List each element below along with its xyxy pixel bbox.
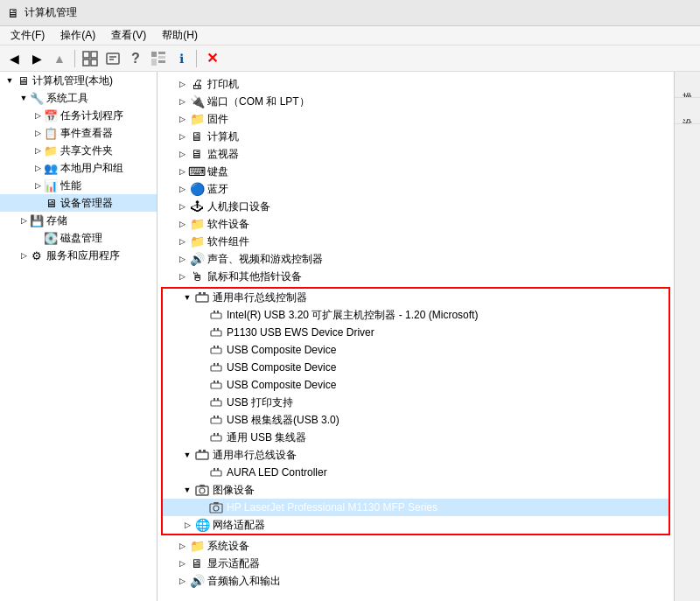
right-item-software-component[interactable]: ▷ 📁 软件组件 [158, 233, 674, 250]
image-devices-label: 图像设备 [213, 483, 255, 498]
right-item-hid[interactable]: ▷ 🕹 人机接口设备 [158, 198, 674, 215]
device-manager-arrow [32, 197, 44, 209]
usb-print-arrow [194, 395, 208, 409]
left-item-services[interactable]: ▷ ⚙ 服务和应用程序 [0, 247, 157, 264]
network-arrow: ▷ [180, 518, 194, 532]
left-item-performance[interactable]: ▷ 📊 性能 [0, 177, 157, 194]
left-item-device-manager[interactable]: 🖥 设备管理器 [0, 194, 157, 212]
right-panel: ▷ 🖨 打印机 ▷ 🔌 端口（COM 和 LPT） ▷ 📁 固件 ▷ 🖥 计算机… [158, 72, 674, 601]
right-item-printer[interactable]: ▷ 🖨 打印机 [158, 75, 674, 93]
sw-device-label: 软件设备 [207, 217, 249, 232]
right-item-audio[interactable]: ▷ 🔊 音频输入和输出 [158, 572, 674, 590]
bluetooth-label: 蓝牙 [207, 182, 228, 197]
left-item-system-tools[interactable]: ▼ 🔧 系统工具 [0, 89, 157, 107]
left-item-task-scheduler[interactable]: ▷ 📅 任务计划程序 [0, 107, 157, 124]
hp-icon [208, 500, 224, 515]
right-item-usb-serial[interactable]: ▼ 通用串行总线设备 [163, 446, 668, 464]
right-item-usb-composite-2[interactable]: USB Composite Device [163, 359, 668, 376]
svg-rect-42 [211, 471, 221, 476]
right-item-mouse[interactable]: ▷ 🖱 鼠标和其他指针设备 [158, 268, 674, 285]
hid-icon: 🕹 [189, 199, 205, 214]
right-item-usb-print[interactable]: USB 打印支持 [163, 394, 668, 411]
right-item-usb-composite-1[interactable]: USB Composite Device [163, 341, 668, 359]
toolbar-separator-1 [74, 50, 75, 67]
info-button[interactable]: ℹ [171, 48, 192, 69]
right-item-monitor[interactable]: ▷ 🖥 监视器 [158, 145, 674, 163]
view-button[interactable] [148, 48, 169, 69]
right-item-image-devices[interactable]: ▼ 图像设备 [163, 481, 668, 499]
left-item-storage[interactable]: ▷ 💾 存储 [0, 212, 157, 229]
svg-rect-16 [214, 311, 215, 313]
svg-rect-26 [217, 363, 219, 366]
svg-rect-12 [196, 295, 208, 302]
right-item-display[interactable]: ▷ 🖥 显示适配器 [158, 555, 674, 572]
right-item-sound[interactable]: ▷ 🔊 声音、视频和游戏控制器 [158, 250, 674, 268]
firmware-icon: 📁 [189, 111, 205, 127]
svg-rect-18 [211, 331, 221, 336]
left-item-event-viewer[interactable]: ▷ 📋 事件查看器 [0, 124, 157, 142]
p1130-arrow [194, 325, 208, 339]
usb-comp1-icon [208, 342, 224, 358]
right-item-usb-root-hub[interactable]: USB 根集线器(USB 3.0) [163, 411, 668, 429]
ports-icon: 🔌 [189, 94, 205, 109]
right-item-network[interactable]: ▷ 🌐 网络适配器 [163, 516, 668, 534]
left-item-local-users[interactable]: ▷ 👥 本地用户和组 [0, 159, 157, 177]
right-item-firmware[interactable]: ▷ 📁 固件 [158, 110, 674, 128]
right-item-software-device[interactable]: ▷ 📁 软件设备 [158, 215, 674, 233]
computer-arrow: ▷ [175, 129, 189, 143]
back-button[interactable]: ◀ [4, 48, 24, 69]
left-root[interactable]: ▼ 🖥 计算机管理(本地) [0, 72, 157, 89]
usb-print-label: USB 打印支持 [227, 395, 293, 410]
help-button[interactable]: ? [125, 48, 146, 69]
mouse-label: 鼠标和其他指针设备 [207, 269, 302, 284]
menu-action[interactable]: 操作(A) [53, 26, 102, 45]
right-item-keyboard[interactable]: ▷ ⌨ 键盘 [158, 163, 674, 180]
menu-help[interactable]: 帮助(H) [155, 26, 205, 45]
right-item-usb-hub[interactable]: 通用 USB 集线器 [163, 429, 668, 446]
action-bottom[interactable]: 设 [675, 98, 700, 124]
local-users-icon: 👥 [44, 161, 58, 175]
svg-rect-27 [211, 383, 221, 388]
up-button[interactable]: ▲ [49, 48, 70, 69]
usb-root-label: USB 根集线器(USB 3.0) [227, 413, 340, 428]
root-arrow: ▼ [4, 74, 16, 87]
forward-button[interactable]: ▶ [26, 48, 47, 69]
properties-button[interactable] [102, 48, 123, 69]
sys-devices-arrow: ▷ [175, 539, 189, 553]
right-item-computer[interactable]: ▷ 🖥 计算机 [158, 128, 674, 145]
left-item-disk-management[interactable]: 💽 磁盘管理 [0, 229, 157, 247]
services-arrow: ▷ [18, 249, 30, 262]
performance-label: 性能 [60, 178, 81, 193]
right-item-aura[interactable]: AURA LED Controller [163, 464, 668, 481]
svg-rect-41 [203, 450, 206, 452]
show-hide-button[interactable] [80, 48, 101, 69]
action-top[interactable]: 操 [675, 72, 700, 98]
right-item-usb-controllers[interactable]: ▼ 通用串行总线控制器 [163, 289, 668, 306]
performance-icon: 📊 [44, 178, 58, 192]
aura-icon [208, 465, 224, 480]
sound-label: 声音、视频和游戏控制器 [207, 252, 323, 267]
firmware-label: 固件 [207, 112, 228, 127]
right-item-usb-composite-3[interactable]: USB Composite Device [163, 376, 668, 394]
sys-devices-label: 系统设备 [207, 539, 249, 554]
right-item-ports[interactable]: ▷ 🔌 端口（COM 和 LPT） [158, 93, 674, 110]
usb-comp1-label: USB Composite Device [227, 344, 336, 356]
left-item-shared-folders[interactable]: ▷ 📁 共享文件夹 [0, 142, 157, 159]
sw-comp-arrow: ▷ [175, 234, 189, 248]
right-item-hp-laserjet[interactable]: HP LaserJet Professional M1130 MFP Serie… [163, 499, 668, 516]
p1130-icon [208, 325, 224, 340]
delete-button[interactable]: ✕ [201, 48, 222, 69]
usb-comp3-arrow [194, 378, 208, 392]
right-item-system-devices[interactable]: ▷ 📁 系统设备 [158, 537, 674, 555]
menu-view[interactable]: 查看(V) [104, 26, 153, 45]
usb-comp3-icon [208, 377, 224, 393]
right-item-p1130[interactable]: P1130 USB EWS Device Driver [163, 324, 668, 341]
usb-root-arrow [194, 413, 208, 427]
menu-file[interactable]: 文件(F) [4, 26, 52, 45]
right-item-bluetooth[interactable]: ▷ 🔵 蓝牙 [158, 180, 674, 198]
mouse-icon: 🖱 [189, 269, 205, 284]
image-icon [194, 482, 210, 498]
right-item-intel-usb[interactable]: Intel(R) USB 3.20 可扩展主机控制器 - 1.20 (Micro… [163, 306, 668, 324]
disk-mgmt-label: 磁盘管理 [60, 231, 102, 246]
system-tools-icon: 🔧 [30, 91, 44, 105]
